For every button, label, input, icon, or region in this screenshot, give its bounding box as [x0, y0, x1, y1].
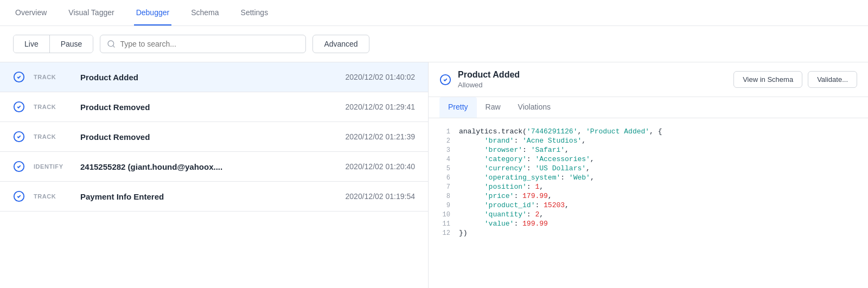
code-tabs: Pretty Raw Violations [429, 97, 868, 118]
code-line: 11 'value': 199.99 [429, 219, 868, 228]
search-icon [107, 40, 116, 48]
left-panel: TRACK Product Added 2020/12/02 01:40:02 … [0, 62, 429, 288]
code-line: 9 'product_id': 15203, [429, 201, 868, 210]
event-type-label: TRACK [34, 133, 72, 140]
event-detail-info: Product Added Allowed [458, 70, 727, 89]
check-circle-icon [13, 101, 25, 113]
code-line: 6 'operating_system': 'Web', [429, 173, 868, 182]
search-box [100, 35, 306, 53]
code-line: 10 'quantity': 2, [429, 210, 868, 219]
check-circle-icon [439, 74, 451, 86]
code-line: 4 'category': 'Accessories', [429, 155, 868, 164]
event-type-label: TRACK [34, 74, 72, 80]
event-time: 2020/12/02 01:21:39 [346, 132, 415, 141]
event-row[interactable]: IDENTIFY 2415255282 (giant.hound@yahoox.… [0, 152, 428, 182]
event-type-label: TRACK [34, 193, 72, 200]
tab-raw[interactable]: Raw [477, 97, 509, 118]
right-header: Product Added Allowed View in Schema Val… [429, 62, 868, 97]
event-name: Product Removed [80, 103, 337, 112]
nav-item-visual-tagger[interactable]: Visual Tagger [66, 1, 116, 25]
view-in-schema-button[interactable]: View in Schema [733, 71, 802, 88]
event-row[interactable]: TRACK Payment Info Entered 2020/12/02 01… [0, 182, 428, 212]
right-panel: Product Added Allowed View in Schema Val… [429, 62, 868, 288]
nav-item-overview[interactable]: Overview [13, 1, 49, 25]
check-circle-icon [13, 71, 25, 83]
nav-item-settings[interactable]: Settings [239, 1, 271, 25]
nav-item-schema[interactable]: Schema [189, 1, 221, 25]
nav-item-debugger[interactable]: Debugger [134, 1, 172, 25]
check-circle-icon [13, 190, 25, 202]
code-line: 2 'brand': 'Acne Studios', [429, 136, 868, 145]
detail-actions: View in Schema Validate... [733, 71, 857, 88]
code-line: 12 }) [429, 228, 868, 238]
code-line: 7 'position': 1, [429, 182, 868, 191]
event-row[interactable]: TRACK Product Removed 2020/12/02 01:21:3… [0, 122, 428, 152]
code-line: 8 'price': 179.99, [429, 191, 868, 201]
search-input[interactable] [120, 40, 299, 48]
detail-title: Product Added [458, 70, 727, 80]
event-name: Product Removed [80, 132, 337, 142]
event-time: 2020/12/02 01:29:41 [346, 103, 415, 111]
event-time: 2020/12/02 01:40:02 [346, 73, 415, 81]
event-name: Payment Info Entered [80, 192, 337, 201]
code-line: 1 analytics.track('7446291126', 'Product… [429, 127, 868, 136]
pause-button[interactable]: Pause [50, 35, 93, 53]
code-line: 5 'currency': 'US Dollars', [429, 164, 868, 173]
code-line: 3 'browser': 'Safari', [429, 145, 868, 155]
live-pause-toggle: Live Pause [13, 35, 93, 53]
event-name: 2415255282 (giant.hound@yahoox.... [80, 162, 337, 171]
check-circle-icon [13, 131, 25, 143]
event-row[interactable]: TRACK Product Added 2020/12/02 01:40:02 [0, 62, 428, 92]
live-button[interactable]: Live [14, 35, 50, 53]
event-row[interactable]: TRACK Product Removed 2020/12/02 01:29:4… [0, 92, 428, 122]
event-time: 2020/12/02 01:20:40 [346, 162, 415, 171]
detail-status: Allowed [458, 81, 727, 89]
check-circle-icon [13, 161, 25, 172]
event-type-label: IDENTIFY [34, 163, 72, 170]
svg-line-1 [113, 46, 114, 47]
event-type-label: TRACK [34, 104, 72, 110]
main-content: TRACK Product Added 2020/12/02 01:40:02 … [0, 62, 868, 288]
validate-button[interactable]: Validate... [808, 71, 857, 88]
top-nav: Overview Visual Tagger Debugger Schema S… [0, 0, 868, 26]
tab-pretty[interactable]: Pretty [439, 97, 477, 118]
advanced-button[interactable]: Advanced [312, 35, 369, 53]
tab-violations[interactable]: Violations [509, 97, 559, 118]
code-block: 1 analytics.track('7446291126', 'Product… [429, 118, 868, 288]
toolbar: Live Pause Advanced [0, 26, 868, 62]
event-time: 2020/12/02 01:19:54 [346, 192, 415, 201]
event-name: Product Added [80, 73, 337, 82]
